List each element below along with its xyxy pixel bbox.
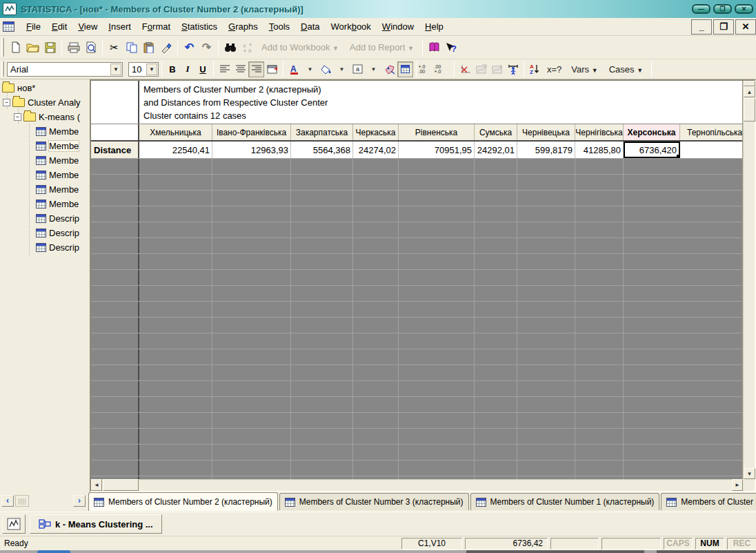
menu-tools[interactable]: Tools [263,19,295,34]
tab-cluster-3[interactable]: Members of Cluster Number 3 (кластерный) [279,493,469,510]
column-header-selected[interactable]: Херсонська [624,124,680,140]
italic-button[interactable]: I [180,61,195,77]
brushing-button[interactable] [381,61,397,77]
restore-button[interactable]: ❐ [713,4,732,14]
properties-button[interactable] [264,61,280,77]
cut-button[interactable]: ✂ [106,39,123,56]
column-header[interactable]: Хмельницька [139,124,212,140]
align-center-button[interactable] [232,61,248,77]
spreadsheet-window-icon[interactable] [3,21,15,32]
distance-cell-selected[interactable]: 6736,420 [624,142,680,158]
tree-node-cluster-analysis[interactable]: − Cluster Analy [0,95,88,110]
distance-cell[interactable]: 599,8179 [517,142,575,158]
paste-button[interactable] [140,39,157,56]
glossary-button[interactable] [426,39,443,56]
column-header[interactable]: Закарпатська [291,124,353,140]
column-header[interactable]: Рівненська [399,124,475,140]
align-left-button[interactable] [217,61,232,77]
tree-node-kmeans[interactable]: − K-means ( [0,110,88,124]
underline-button[interactable]: U [195,61,210,77]
fill-color-dropdown[interactable]: ▼ [334,61,350,77]
menu-file[interactable]: File [21,19,46,34]
format-painter-button[interactable] [157,39,175,56]
column-header[interactable]: Сумська [475,124,517,140]
open-button[interactable] [24,39,41,56]
tree-leaf[interactable]: Membe [0,197,88,211]
fill-handle[interactable] [677,155,679,157]
decrease-decimal-button[interactable]: .00 +.0 [435,61,451,77]
copy-button[interactable] [123,39,140,56]
vertical-scrollbar[interactable]: ▲ ▼ [743,81,755,479]
sort-button[interactable]: AZ [527,61,543,77]
kmeans-clustering-button[interactable]: k - Means Clustering ... [30,514,162,534]
cases-button[interactable]: Cases ▼ [609,64,643,75]
tree-leaf[interactable]: Descrip [0,240,88,255]
menu-edit[interactable]: Edit [46,19,72,34]
horizontal-scrollbar[interactable]: ◄ ► [91,479,743,491]
add-to-report-button[interactable]: Add to Report ▼ [350,42,414,52]
scroll-up-icon[interactable]: ▲ [744,86,755,97]
distance-cell[interactable]: 12963,93 [212,142,291,158]
adjust-axes-button[interactable] [457,61,473,77]
menu-graphs[interactable]: Graphs [223,19,263,34]
tree-scroll-thumb[interactable] [15,495,29,507]
row-header-corner[interactable] [91,124,139,140]
bold-button[interactable]: B [165,61,180,77]
vertical-scroll-thumb[interactable] [744,98,755,122]
case-weights-button[interactable] [505,61,521,77]
menu-window[interactable]: Window [377,19,419,34]
font-name-combo[interactable]: Arial▼ [7,62,123,77]
tab-cluster-1[interactable]: Members of Cluster Number 1 (кластерный) [470,493,660,510]
update-graph-options-button[interactable] [489,61,505,77]
distance-cell[interactable]: 22540,41 [139,142,212,158]
distance-cell[interactable]: 5564,368 [291,142,353,158]
find-button[interactable] [221,39,239,56]
child-close-button[interactable]: ✕ [735,19,756,35]
x-eq-button[interactable]: x=? [547,64,561,75]
collapse-icon[interactable]: − [3,99,10,106]
spreadsheet[interactable]: Members of Cluster Number 2 (кластерный)… [91,81,743,479]
scroll-right-icon[interactable]: ► [732,479,743,491]
tree-leaf[interactable]: Membe [0,124,88,139]
tree-leaf[interactable]: Membe [0,168,88,182]
toolbar-grip[interactable] [1,61,4,77]
fill-color-button[interactable] [318,61,334,77]
distance-cell[interactable]: 24292,01 [475,142,517,158]
scroll-left-icon[interactable]: ◄ [91,479,102,491]
column-header[interactable]: Івано-Франківська [212,124,291,140]
distance-cell[interactable]: 70951,95 [399,142,475,158]
align-right-button[interactable] [248,61,264,77]
add-to-workbook-button[interactable]: Add to Workbook ▼ [261,42,339,52]
row-header-distance[interactable]: Distance [91,142,139,158]
font-color-button[interactable]: A [286,61,302,77]
collapse-icon[interactable]: − [14,113,21,121]
increase-decimal-button[interactable]: +.0 .00 [419,61,435,77]
grid-button[interactable] [397,61,413,77]
distance-cell[interactable]: 2405,155 [680,142,742,158]
save-button[interactable] [41,39,59,56]
font-color-dropdown[interactable]: ▼ [302,61,318,77]
close-button[interactable]: ✕ [735,4,753,14]
text-box-dropdown[interactable]: ▼ [366,61,381,77]
menu-view[interactable]: View [72,19,103,34]
update-graph-button[interactable] [473,61,489,77]
menu-format[interactable]: Format [137,19,176,34]
column-header[interactable]: Чернігівська [575,124,624,140]
minimize-button[interactable]: — [692,4,710,14]
title-bar[interactable]: STATISTICA - [нов* - Members of Cluster … [0,0,756,18]
statistica-button[interactable] [2,514,26,534]
horizontal-scroll-thumb[interactable] [103,479,139,491]
text-box-button[interactable]: a [350,61,366,77]
tree-leaf[interactable]: Membe [0,153,88,168]
redo-button[interactable]: ↷ [198,39,215,56]
menu-data[interactable]: Data [295,19,325,34]
tree-scroll-right-button[interactable]: › [73,495,86,507]
toolbar-grip[interactable] [1,38,4,56]
menu-workbook[interactable]: Workbook [326,19,377,34]
vars-button[interactable]: Vars ▼ [571,64,597,75]
font-size-combo[interactable]: 10▼ [128,62,159,77]
distance-cell[interactable]: 41285,80 [575,142,624,158]
tree-leaf[interactable]: Descrip [0,226,88,240]
undo-button[interactable]: ↶ [181,39,198,56]
ab-arrows-button[interactable]: AB [239,39,256,56]
